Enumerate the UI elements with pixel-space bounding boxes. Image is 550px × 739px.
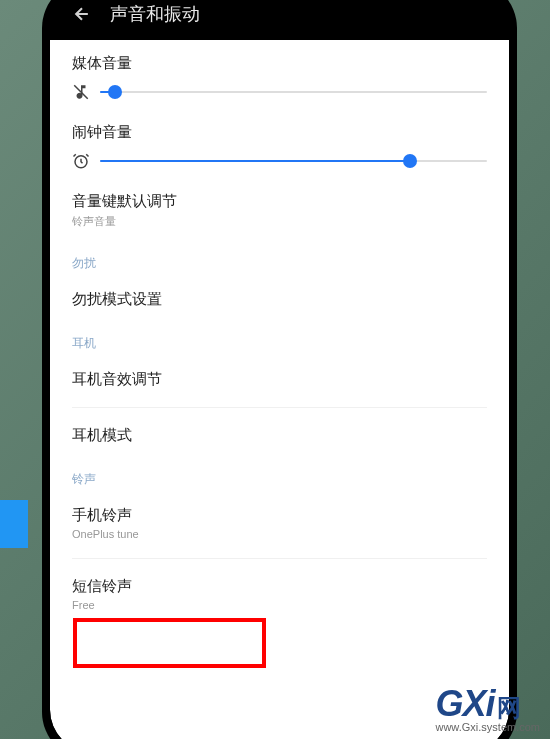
dnd-section-header: 勿扰 [50,243,509,276]
page-title: 声音和振动 [110,2,200,26]
alarm-volume-label: 闹钟音量 [72,123,487,142]
earphone-effect[interactable]: 耳机音效调节 [72,356,487,403]
arrow-left-icon [72,4,92,24]
volume-key-title: 音量键默认调节 [72,192,487,211]
dnd-settings[interactable]: 勿扰模式设置 [72,276,487,323]
watermark-url: www.Gxi.system.com [435,721,540,733]
phone-frame: 声音和振动 媒体音量 [42,0,517,739]
phone-ringtone-sub: OnePlus tune [72,528,487,540]
earphone-mode[interactable]: 耳机模式 [72,412,487,459]
volume-key-sub: 铃声音量 [72,214,487,229]
phone-ringtone-title: 手机铃声 [72,506,487,525]
earphone-mode-title: 耳机模式 [72,426,487,445]
app-header: 声音和振动 [50,0,509,40]
media-volume-slider[interactable] [100,91,487,93]
sms-ringtone-sub: Free [72,599,487,611]
alarm-clock-icon [72,152,90,170]
media-volume-item: 媒体音量 [72,40,487,109]
earphone-effect-title: 耳机音效调节 [72,370,487,389]
volume-key-default[interactable]: 音量键默认调节 铃声音量 [72,178,487,243]
phone-ringtone[interactable]: 手机铃声 OnePlus tune [72,492,487,554]
back-button[interactable] [62,0,102,34]
phone-screen: 声音和振动 媒体音量 [50,0,509,739]
sms-ringtone-title: 短信铃声 [72,577,487,596]
watermark-logo: GXi [435,683,494,724]
earphone-section-header: 耳机 [50,323,509,356]
media-volume-label: 媒体音量 [72,54,487,73]
side-tab [0,500,28,548]
alarm-volume-item: 闹钟音量 [72,109,487,178]
divider [72,407,487,408]
settings-content: 媒体音量 [50,40,509,739]
watermark-cn: 网 [497,694,521,721]
ringtone-section-header: 铃声 [50,459,509,492]
dnd-title: 勿扰模式设置 [72,290,487,309]
alarm-volume-slider[interactable] [100,160,487,162]
music-mute-icon [72,83,90,101]
watermark: GXi网 www.Gxi.system.com [435,683,540,733]
divider [72,558,487,559]
sms-ringtone[interactable]: 短信铃声 Free [72,563,487,625]
